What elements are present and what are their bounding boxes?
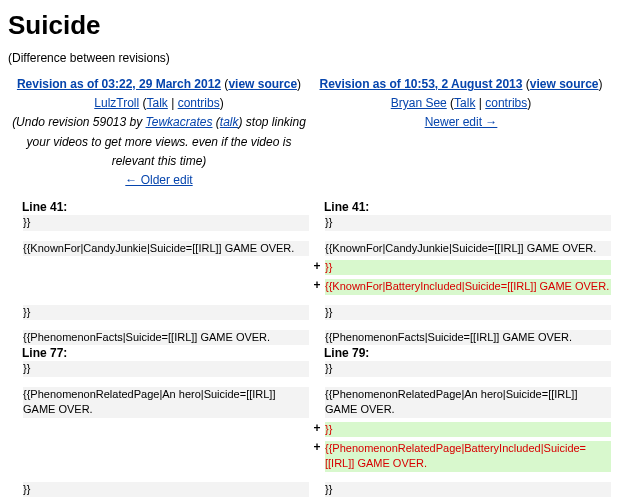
diff-context-left: }} — [22, 304, 310, 321]
diff-context-left: {{PhenomenonRelatedPage|An hero|Suicide=… — [22, 386, 310, 419]
revision-header-table: Revision as of 03:22, 29 March 2012 (vie… — [8, 75, 612, 200]
diff-context-right: {{PhenomenonFacts|Suicide=[[IRL]] GAME O… — [324, 329, 612, 346]
right-view-source-link[interactable]: view source — [530, 77, 599, 91]
diff-added-right: }} — [324, 259, 612, 276]
line-header-right: Line 41: — [324, 200, 612, 214]
plus-marker: + — [310, 278, 324, 295]
summary-talk-link[interactable]: talk — [220, 115, 239, 129]
plus-marker: + — [310, 440, 324, 473]
diff-added-right: }} — [324, 421, 612, 438]
right-revision-link[interactable]: Revision as of 10:53, 2 August 2013 — [319, 77, 522, 91]
diff-added-right: {{KnownFor|BatteryIncluded|Suicide=[[IRL… — [324, 278, 612, 295]
plus-marker: + — [310, 259, 324, 276]
left-user-link[interactable]: LulzTroll — [94, 96, 139, 110]
line-header-left: Line 77: — [22, 346, 310, 360]
diff-context-left: }} — [22, 360, 310, 377]
plus-marker: + — [310, 421, 324, 438]
right-talk-link[interactable]: Talk — [454, 96, 475, 110]
diff-context-left: {{PhenomenonFacts|Suicide=[[IRL]] GAME O… — [22, 329, 310, 346]
diff-context-right: }} — [324, 214, 612, 231]
newer-edit-link[interactable]: Newer edit → — [425, 115, 498, 129]
diff-context-right: }} — [324, 304, 612, 321]
right-contribs-link[interactable]: contribs — [485, 96, 527, 110]
left-edit-summary: (Undo revision 59013 by Tewkacrates (tal… — [12, 113, 306, 171]
diff-subtitle: (Difference between revisions) — [8, 51, 612, 65]
diff-context-left: }} — [22, 481, 310, 498]
left-view-source-link[interactable]: view source — [228, 77, 297, 91]
right-user-link[interactable]: Bryan See — [391, 96, 447, 110]
line-header-right: Line 79: — [324, 346, 612, 360]
diff-context-right: }} — [324, 481, 612, 498]
left-revision-header: Revision as of 03:22, 29 March 2012 (vie… — [8, 75, 310, 200]
left-contribs-link[interactable]: contribs — [178, 96, 220, 110]
diff-table: Line 41:Line 41:}}}}{{KnownFor|CandyJunk… — [8, 200, 612, 503]
older-edit-link[interactable]: ← Older edit — [125, 173, 192, 187]
diff-context-left: {{KnownFor|CandyJunkie|Suicide=[[IRL]] G… — [22, 240, 310, 257]
right-revision-header: Revision as of 10:53, 2 August 2013 (vie… — [310, 75, 612, 200]
diff-added-right: {{PhenomenonRelatedPage|BatteryIncluded|… — [324, 440, 612, 473]
left-talk-link[interactable]: Talk — [147, 96, 168, 110]
diff-context-left: }} — [22, 214, 310, 231]
page-title: Suicide — [8, 10, 612, 41]
diff-context-right: {{KnownFor|CandyJunkie|Suicide=[[IRL]] G… — [324, 240, 612, 257]
diff-context-right: }} — [324, 360, 612, 377]
diff-context-right: {{PhenomenonRelatedPage|An hero|Suicide=… — [324, 386, 612, 419]
summary-user-link[interactable]: Tewkacrates — [146, 115, 213, 129]
line-header-left: Line 41: — [22, 200, 310, 214]
left-revision-link[interactable]: Revision as of 03:22, 29 March 2012 — [17, 77, 221, 91]
